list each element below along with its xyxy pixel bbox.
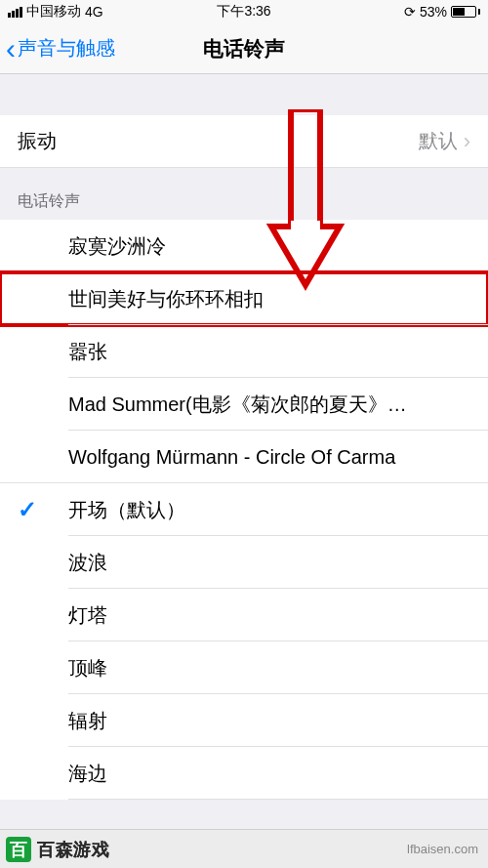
ringtone-row[interactable]: 嚣张	[0, 325, 488, 378]
ringtone-label: 寂寞沙洲冷	[68, 233, 488, 260]
ringtone-row[interactable]: Wolfgang Mürmann - Circle Of Carma	[0, 431, 488, 483]
battery-icon	[451, 6, 480, 18]
ringtone-label: 辐射	[68, 708, 488, 734]
ringtone-label: 世间美好与你环环相扣	[68, 286, 488, 312]
ringtones-header: 电话铃声	[0, 168, 488, 220]
chevron-right-icon: ›	[464, 129, 470, 154]
page-title: 电话铃声	[203, 35, 285, 62]
back-button[interactable]: ‹ 声音与触感	[0, 34, 115, 63]
builtin-ringtones-list: ✓开场（默认）波浪灯塔顶峰辐射海边	[0, 483, 488, 800]
ringtone-label: 嚣张	[68, 339, 488, 365]
ringtone-row[interactable]: 顶峰	[0, 641, 488, 694]
network-label: 4G	[85, 4, 103, 20]
ringtone-row[interactable]: 世间美好与你环环相扣	[0, 272, 488, 325]
chevron-left-icon: ‹	[6, 34, 16, 63]
ringtone-label: 顶峰	[68, 655, 488, 682]
orientation-lock-icon: ⟳	[404, 4, 416, 20]
ringtone-row[interactable]: 灯塔	[0, 589, 488, 641]
navigation-bar: ‹ 声音与触感 电话铃声	[0, 23, 488, 74]
ringtone-row[interactable]: 海边	[0, 747, 488, 800]
back-label: 声音与触感	[18, 35, 115, 62]
watermark-url: lfbaisen.com	[407, 842, 478, 856]
ringtone-row[interactable]: 寂寞沙洲冷	[0, 220, 488, 272]
watermark-bar: 百 百森游戏 lfbaisen.com	[0, 829, 488, 868]
ringtone-row[interactable]: 辐射	[0, 694, 488, 747]
ringtone-row[interactable]: Mad Summer(电影《菊次郎的夏天》…	[0, 378, 488, 431]
ringtone-label: Wolfgang Mürmann - Circle Of Carma	[68, 446, 488, 469]
battery-percent: 53%	[420, 4, 447, 20]
ringtone-label: 灯塔	[68, 602, 488, 629]
vibration-label: 振动	[18, 128, 419, 154]
check-column: ✓	[18, 496, 68, 523]
status-bar: 中国移动 4G 下午3:36 ⟳ 53%	[0, 0, 488, 23]
ringtone-label: Mad Summer(电影《菊次郎的夏天》…	[68, 392, 488, 418]
status-time: 下午3:36	[217, 3, 270, 21]
carrier-label: 中国移动	[26, 3, 81, 21]
checkmark-icon: ✓	[18, 496, 37, 523]
ringtone-label: 海边	[68, 761, 488, 787]
watermark-brand: 百森游戏	[37, 838, 109, 861]
custom-ringtones-list: 寂寞沙洲冷世间美好与你环环相扣嚣张Mad Summer(电影《菊次郎的夏天》…W…	[0, 220, 488, 483]
ringtone-row[interactable]: 波浪	[0, 536, 488, 589]
vibration-cell[interactable]: 振动 默认 ›	[0, 115, 488, 168]
vibration-value: 默认	[419, 128, 458, 154]
watermark-logo-icon: 百	[6, 837, 31, 862]
ringtone-label: 开场（默认）	[68, 497, 488, 523]
ringtone-row[interactable]: ✓开场（默认）	[0, 483, 488, 536]
signal-icon	[8, 7, 22, 18]
ringtone-label: 波浪	[68, 550, 488, 576]
